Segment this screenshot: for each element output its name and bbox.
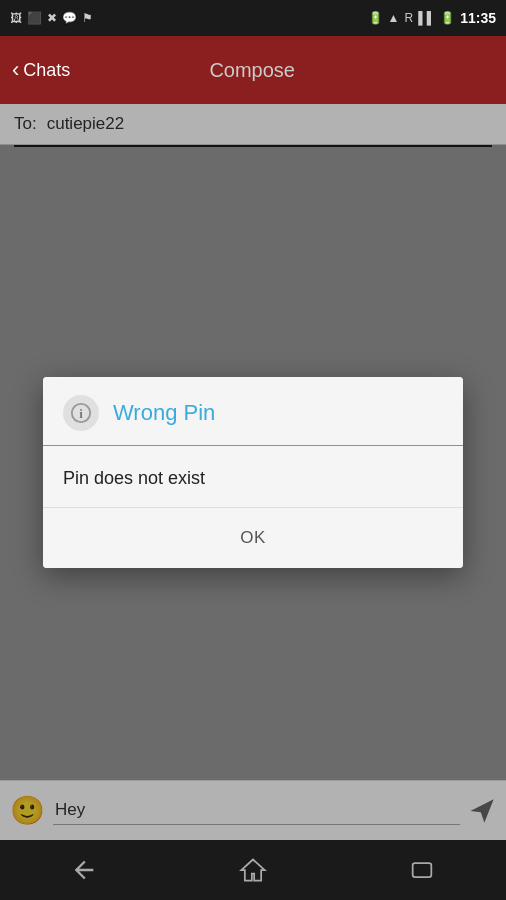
- back-button[interactable]: ‹ Chats: [12, 57, 70, 83]
- nav-recents-icon: [408, 856, 436, 884]
- nav-bar: [0, 840, 506, 900]
- chat-status-icon: 💬: [62, 11, 77, 25]
- dialog-overlay: i Wrong Pin Pin does not exist OK: [0, 104, 506, 840]
- dialog: i Wrong Pin Pin does not exist OK: [43, 377, 463, 568]
- nav-back-icon: [70, 856, 98, 884]
- info-svg: i: [70, 402, 92, 424]
- dialog-info-icon: i: [63, 395, 99, 431]
- dialog-message-area: Pin does not exist: [43, 446, 463, 508]
- header: ‹ Chats Compose: [0, 36, 506, 104]
- nav-recents-button[interactable]: [392, 850, 452, 890]
- status-icons-right: 🔋 ▲ R ▌▌ 🔋 11:35: [368, 10, 496, 26]
- back-chevron-icon: ‹: [12, 57, 19, 83]
- status-icons-left: 🖼 ⬛ ✖ 💬 ⚑: [10, 11, 93, 25]
- battery-outline-icon: 🔋: [368, 11, 383, 25]
- svg-rect-2: [412, 863, 431, 877]
- main-content: To: i Wrong Pin Pin does not exist: [0, 104, 506, 840]
- signal-bars-icon: ▌▌: [418, 11, 435, 25]
- ok-button[interactable]: OK: [220, 522, 286, 554]
- signal-status-icon: ✖: [47, 11, 57, 25]
- back-label: Chats: [23, 60, 70, 81]
- status-time: 11:35: [460, 10, 496, 26]
- dialog-title: Wrong Pin: [113, 400, 215, 426]
- dialog-message: Pin does not exist: [63, 468, 205, 488]
- image-status-icon: 🖼: [10, 11, 22, 25]
- wifi-icon: ▲: [388, 11, 400, 25]
- video-status-icon: ⬛: [27, 11, 42, 25]
- flag-status-icon: ⚑: [82, 11, 93, 25]
- dialog-buttons: OK: [43, 508, 463, 568]
- signal-r-icon: R: [405, 11, 414, 25]
- nav-home-button[interactable]: [223, 850, 283, 890]
- battery-icon: 🔋: [440, 11, 455, 25]
- header-title: Compose: [70, 59, 434, 82]
- nav-home-icon: [239, 856, 267, 884]
- status-bar: 🖼 ⬛ ✖ 💬 ⚑ 🔋 ▲ R ▌▌ 🔋 11:35: [0, 0, 506, 36]
- svg-text:i: i: [79, 406, 83, 420]
- nav-back-button[interactable]: [54, 850, 114, 890]
- dialog-title-row: i Wrong Pin: [43, 377, 463, 446]
